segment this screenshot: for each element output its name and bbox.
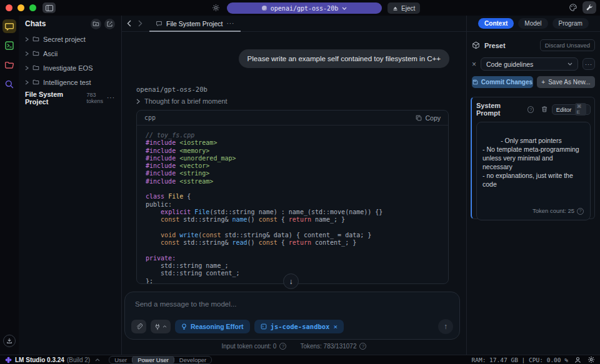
- paperclip-icon: [136, 323, 142, 330]
- theme-palette-icon[interactable]: [569, 3, 578, 12]
- help-icon[interactable]: ?: [359, 343, 366, 350]
- folder-row-ascii[interactable]: Ascii: [19, 46, 121, 61]
- message-composer: Reasoning Effort js-code-sandbox × ↑: [124, 292, 460, 340]
- folder-icon: [32, 65, 39, 71]
- commit-changes-label: Commit Changes: [481, 79, 532, 86]
- lm-studio-logo: [5, 357, 12, 363]
- active-chat-row[interactable]: File System Project 783 tokens ···: [19, 90, 121, 106]
- tab-program[interactable]: Program: [552, 18, 589, 29]
- plus-icon: +: [541, 79, 545, 86]
- js-code-sandbox-chip[interactable]: js-code-sandbox ×: [254, 320, 344, 333]
- eject-label: Eject: [401, 5, 415, 12]
- sidebar-toggle-icon: [46, 5, 53, 11]
- build-label: (Build 2): [67, 357, 90, 363]
- wrench-icon: [586, 4, 593, 11]
- preset-cube-icon: [472, 41, 480, 49]
- open-editor-button[interactable]: Editor ⌘ E: [552, 104, 591, 115]
- close-window-button[interactable]: [6, 4, 12, 11]
- preset-more-button[interactable]: ···: [582, 58, 595, 70]
- token-counters: Input token count: 0 ? Tokens: 783/13107…: [122, 343, 466, 350]
- message-input[interactable]: [125, 292, 459, 317]
- stats-separator: |: [522, 357, 526, 363]
- folder-row-investigate-eos[interactable]: Investigate EOS: [19, 61, 121, 75]
- chevron-right-icon: [136, 99, 140, 104]
- folder-label: Investigate EOS: [43, 64, 93, 72]
- downloads-button[interactable]: [3, 335, 16, 347]
- active-chat-name: File System Project: [25, 91, 78, 106]
- attach-file-button[interactable]: [131, 320, 146, 333]
- token-count-help-icon[interactable]: ?: [577, 208, 584, 215]
- settings-gear-icon[interactable]: [588, 356, 595, 363]
- user-mode-switcher: User Power User Developer: [109, 356, 212, 364]
- thought-toggle[interactable]: Thought for a brief moment: [136, 97, 228, 105]
- download-icon: [6, 338, 12, 344]
- reasoning-effort-chip[interactable]: Reasoning Effort: [175, 320, 250, 333]
- arrow-up-icon: ↑: [444, 322, 448, 331]
- tab-more-icon[interactable]: ···: [226, 20, 234, 27]
- nav-back-button[interactable]: [124, 20, 133, 27]
- system-prompt-title: System Prompt: [476, 102, 524, 117]
- mode-user[interactable]: User: [109, 357, 132, 363]
- system-prompt-help-icon[interactable]: ?: [528, 106, 534, 113]
- sidebar-toggle-button[interactable]: [42, 2, 56, 13]
- clear-preset-icon[interactable]: ×: [472, 60, 476, 69]
- remove-sandbox-icon[interactable]: ×: [333, 323, 338, 331]
- tab-file-system-project[interactable]: File System Project ···: [149, 16, 241, 32]
- terminal-icon: [4, 41, 14, 51]
- cpu-usage: CPU: 0.00 %: [529, 357, 568, 363]
- zoom-window-button[interactable]: [29, 4, 36, 11]
- assistant-model-name: openai/gpt-oss-20b: [136, 86, 208, 93]
- sandbox-label: js-code-sandbox: [271, 323, 330, 330]
- models-folder-icon: [4, 61, 14, 69]
- rail-discover-button[interactable]: [2, 77, 16, 91]
- user-account-icon[interactable]: [574, 357, 581, 363]
- plug-icon: [154, 323, 161, 330]
- save-as-new-button[interactable]: + Save As New...: [537, 76, 595, 88]
- scroll-to-bottom-button[interactable]: ↓: [283, 273, 299, 289]
- preset-select[interactable]: Code guidelines: [481, 57, 578, 71]
- rail-chat-button[interactable]: [2, 19, 16, 33]
- mode-power-user[interactable]: Power User: [132, 357, 174, 363]
- tab-context[interactable]: Context: [478, 18, 514, 29]
- code-block: cpp Copy // toy_fs.cpp#include <iostream…: [136, 110, 449, 284]
- commit-changes-button[interactable]: Commit Changes: [472, 76, 533, 88]
- system-prompt-textarea[interactable]: - Only smart pointers - No template meta…: [476, 122, 591, 220]
- status-bar: LM Studio 0.3.24 (Build 2) User Power Us…: [0, 355, 600, 364]
- eject-model-button[interactable]: Eject: [388, 2, 420, 14]
- chevron-right-icon: [25, 51, 29, 56]
- copy-code-button[interactable]: Copy: [416, 114, 441, 122]
- context-panel: Context Model Program Preset Discard Uns…: [467, 16, 600, 355]
- status-chevron-up-icon[interactable]: [95, 358, 100, 362]
- tab-model[interactable]: Model: [518, 18, 548, 29]
- minimize-window-button[interactable]: [18, 4, 24, 11]
- user-message-bubble: Please write an example self contained t…: [239, 49, 449, 68]
- new-chat-button[interactable]: [104, 19, 115, 29]
- folder-row-secret-project[interactable]: Secret project: [19, 32, 121, 46]
- chevron-right-icon: [25, 66, 29, 71]
- new-chat-icon: [106, 21, 113, 27]
- thought-label: Thought for a brief moment: [144, 97, 228, 105]
- mode-developer[interactable]: Developer: [174, 357, 211, 363]
- model-settings-gear-icon[interactable]: [212, 4, 220, 12]
- help-icon[interactable]: ?: [279, 343, 286, 350]
- system-prompt-token-count: Token count: 25: [532, 207, 574, 215]
- folder-row-intelligence-test[interactable]: Intelligence test: [19, 75, 121, 89]
- new-folder-button[interactable]: [91, 19, 101, 29]
- integrations-button[interactable]: [151, 320, 171, 333]
- trash-icon[interactable]: [541, 106, 548, 113]
- chat-more-icon[interactable]: ···: [107, 94, 115, 101]
- preset-title: Preset: [484, 42, 540, 49]
- preset-selected-value: Code guidelines: [486, 61, 568, 68]
- model-icon: [262, 6, 267, 11]
- nav-forward-button[interactable]: [136, 20, 144, 27]
- send-message-button[interactable]: ↑: [438, 319, 453, 334]
- discard-unsaved-button[interactable]: Discard Unsaved: [540, 39, 595, 51]
- model-selector[interactable]: openai/gpt-oss-20b: [227, 2, 382, 14]
- folder-icon: [32, 79, 39, 85]
- folder-icon: [32, 51, 39, 56]
- rail-developer-button[interactable]: [2, 39, 16, 52]
- code-lines: // toy_fs.cpp#include <iostream>#include…: [137, 125, 448, 284]
- settings-panel-toggle-button[interactable]: [582, 1, 596, 14]
- chats-title: Chats: [25, 19, 88, 28]
- rail-my-models-button[interactable]: [2, 58, 16, 72]
